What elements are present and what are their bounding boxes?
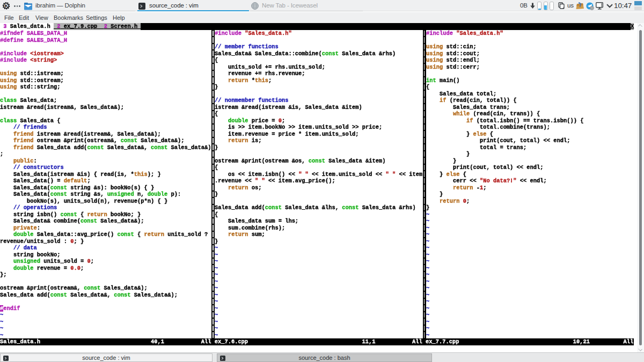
svg-text:K: K [5, 3, 9, 9]
